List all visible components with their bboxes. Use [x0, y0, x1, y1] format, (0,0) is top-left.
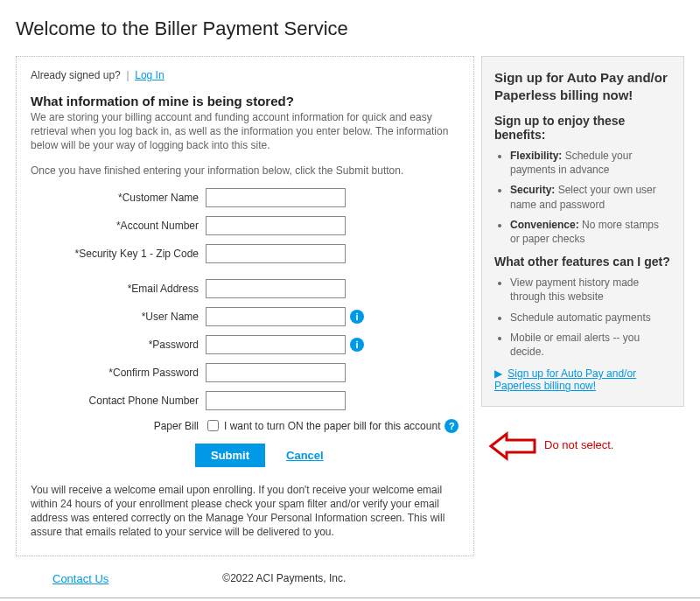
features-heading: What other features can I get?: [494, 255, 671, 269]
list-item: Security: Select your own user name and …: [510, 183, 671, 211]
customer-name-input[interactable]: [206, 188, 346, 207]
benefit-strong: Flexibility:: [510, 150, 562, 162]
security-key-label: *Security Key 1 - Zip Code: [31, 248, 206, 260]
page-title: Welcome to the Biller Payment Service: [16, 17, 700, 40]
confirm-password-input[interactable]: [206, 363, 346, 382]
list-item: View payment history made through this w…: [510, 276, 671, 304]
username-label: *User Name: [31, 311, 206, 323]
benefits-heading: Sign up to enjoy these benefits:: [494, 114, 671, 142]
paperbill-checkbox[interactable]: [207, 420, 219, 431]
benefit-strong: Convenience:: [510, 219, 579, 231]
sidebar-heading: Sign up for Auto Pay and/or Paperless bi…: [494, 69, 671, 103]
username-input[interactable]: [206, 307, 346, 326]
footer: Contact Us ©2022 ACI Payments, Inc.: [0, 556, 700, 598]
phone-label: Contact Phone Number: [31, 395, 206, 407]
info-body: We are storing your billing account and …: [31, 110, 459, 153]
paperbill-text: I want to turn ON the paper bill for thi…: [224, 420, 440, 432]
login-link[interactable]: Log In: [135, 69, 164, 81]
paperbill-label: Paper Bill: [31, 420, 206, 432]
account-number-input[interactable]: [206, 216, 346, 235]
main-panel: Already signed up? | Log In What informa…: [16, 56, 474, 556]
info-heading: What information of mine is being stored…: [31, 94, 459, 108]
signup-link-row: ▶ Sign up for Auto Pay and/or Paperless …: [494, 367, 671, 392]
list-item: Convenience: No more stamps or paper che…: [510, 218, 671, 246]
sidebar: Sign up for Auto Pay and/or Paperless bi…: [481, 56, 684, 407]
cancel-link[interactable]: Cancel: [286, 449, 324, 462]
info-instruction: Once you have finished entering your inf…: [31, 164, 459, 178]
login-separator: |: [126, 69, 129, 81]
info-icon[interactable]: i: [350, 310, 364, 324]
password-input[interactable]: [206, 335, 346, 354]
confirm-password-label: *Confirm Password: [31, 367, 206, 379]
annotation-text: Do not select.: [544, 438, 614, 451]
help-icon[interactable]: ?: [444, 419, 458, 433]
benefit-strong: Security:: [510, 184, 555, 196]
info-block: What information of mine is being stored…: [31, 94, 459, 178]
list-item: Schedule automatic payments: [510, 311, 671, 325]
customer-name-label: *Customer Name: [31, 192, 206, 204]
signup-link[interactable]: Sign up for Auto Pay and/or Paperless bi…: [494, 367, 636, 392]
contact-us-link[interactable]: Contact Us: [52, 572, 108, 585]
info-icon[interactable]: i: [350, 338, 364, 352]
triangle-icon: ▶: [494, 367, 502, 380]
list-item: Flexibility: Schedule your payments in a…: [510, 149, 671, 177]
phone-input[interactable]: [206, 391, 346, 410]
benefits-list: Flexibility: Schedule your payments in a…: [494, 149, 671, 246]
disclaimer-text: You will receive a welcome email upon en…: [31, 483, 459, 540]
list-item: Mobile or email alerts -- you decide.: [510, 331, 671, 359]
email-label: *Email Address: [31, 283, 206, 295]
login-line: Already signed up? | Log In: [31, 69, 459, 81]
account-number-label: *Account Number: [31, 220, 206, 232]
features-list: View payment history made through this w…: [494, 276, 671, 359]
already-signed-up-text: Already signed up?: [31, 69, 121, 81]
copyright-text: ©2022 ACI Payments, Inc.: [222, 572, 346, 584]
security-key-input[interactable]: [206, 244, 346, 263]
email-input[interactable]: [206, 279, 346, 298]
password-label: *Password: [31, 339, 206, 351]
submit-button[interactable]: Submit: [195, 444, 265, 467]
